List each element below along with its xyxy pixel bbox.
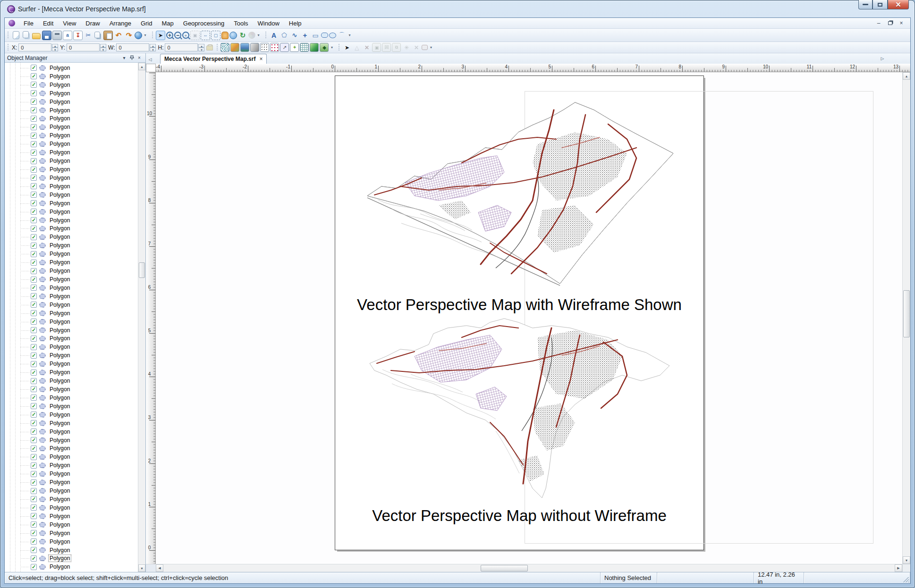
- polyline-tool-icon[interactable]: ∿: [290, 31, 299, 40]
- object-label[interactable]: Polygon: [49, 530, 71, 537]
- stepper-up-icon[interactable]: ▲: [198, 44, 204, 48]
- resize-grip[interactable]: [903, 577, 909, 582]
- scroll-down-icon[interactable]: ▼: [138, 564, 145, 572]
- rounded-rect-tool-icon[interactable]: [321, 33, 328, 38]
- x-field[interactable]: [18, 43, 51, 51]
- copy-icon[interactable]: [94, 32, 100, 38]
- toolbar-overflow-icon[interactable]: ▾: [256, 31, 261, 40]
- object-label[interactable]: Polygon: [49, 462, 71, 469]
- menu-grid[interactable]: Grid: [136, 18, 157, 28]
- minimize-button[interactable]: [858, 0, 873, 9]
- scroll-left-icon[interactable]: ◀: [156, 564, 163, 572]
- object-label[interactable]: Polygon: [49, 412, 71, 418]
- object-label[interactable]: Polygon: [49, 302, 71, 308]
- object-label[interactable]: Polygon: [49, 403, 71, 410]
- document-system-icon[interactable]: [8, 20, 15, 26]
- plot-canvas[interactable]: Vector Perspective Map with Wireframe Sh…: [156, 72, 902, 564]
- canvas-vertical-scrollbar[interactable]: ▲ ▼: [902, 72, 910, 564]
- tree-item-polygon[interactable]: ✓Polygon: [5, 225, 138, 233]
- zoom-out-icon[interactable]: −: [174, 32, 181, 39]
- object-label[interactable]: Polygon: [49, 82, 71, 88]
- visibility-checkbox[interactable]: ✓: [31, 234, 37, 240]
- undo-icon[interactable]: ↶: [114, 31, 123, 40]
- object-label[interactable]: Polygon: [49, 192, 71, 198]
- tree-item-polygon[interactable]: ✓Polygon: [5, 89, 138, 98]
- tree-item-polygon[interactable]: ✓Polygon: [5, 512, 138, 521]
- stepper-up-icon[interactable]: ▲: [100, 44, 106, 48]
- tab-scroll-left-icon[interactable]: ◁: [147, 56, 153, 63]
- object-label[interactable]: Polygon: [49, 115, 71, 122]
- new-shaded-relief-map-icon[interactable]: [250, 43, 259, 52]
- toolbar-overflow-icon[interactable]: ▾: [329, 43, 334, 52]
- tree-item-polygon[interactable]: ✓Polygon: [5, 81, 138, 89]
- new-watershed-icon[interactable]: ◆: [320, 43, 329, 52]
- object-label[interactable]: Polygon: [49, 200, 71, 207]
- object-label[interactable]: Polygon: [49, 132, 71, 139]
- ellipse-tool-icon[interactable]: [329, 33, 336, 38]
- object-label[interactable]: Polygon: [49, 225, 71, 232]
- tree-item-polygon[interactable]: ✓Polygon: [5, 301, 138, 309]
- toolbar-grip[interactable]: [265, 32, 267, 39]
- object-label[interactable]: Polygon: [49, 99, 71, 105]
- object-label[interactable]: Polygon: [49, 521, 71, 528]
- tab-scroll-right-icon[interactable]: ▷: [879, 55, 886, 62]
- spline-tool-icon[interactable]: ⌒: [337, 31, 347, 40]
- tree-item-polygon[interactable]: ✓Polygon: [5, 131, 138, 140]
- tree-item-polygon[interactable]: ✓Polygon: [5, 208, 138, 216]
- pin-panel-icon[interactable]: [128, 54, 136, 61]
- object-label[interactable]: Polygon: [49, 487, 71, 494]
- tree-item-polygon[interactable]: ✓Polygon: [5, 402, 138, 411]
- tree-item-polygon[interactable]: ✓Polygon: [5, 182, 138, 191]
- zoom-window-icon[interactable]: ▫: [182, 32, 189, 39]
- tree-item-polygon[interactable]: ✓Polygon: [5, 250, 138, 258]
- tree-item-polygon[interactable]: ✓Polygon: [5, 216, 138, 225]
- visibility-checkbox[interactable]: ✓: [31, 141, 37, 147]
- panel-menu-icon[interactable]: ▾: [120, 54, 128, 61]
- scroll-up-icon[interactable]: ▲: [138, 63, 145, 70]
- tree-item-polygon[interactable]: ✓Polygon: [5, 419, 138, 428]
- object-label[interactable]: Polygon: [49, 547, 71, 554]
- tree-item-polygon[interactable]: ✓Polygon: [5, 275, 138, 284]
- tree-item-polygon[interactable]: ✓Polygon: [5, 453, 138, 461]
- tree-item-polygon[interactable]: ✓Polygon: [5, 563, 138, 571]
- object-label[interactable]: Polygon: [49, 158, 71, 164]
- new-base-map-icon[interactable]: ✦: [290, 43, 299, 52]
- visibility-checkbox[interactable]: ✓: [31, 209, 37, 215]
- visibility-checkbox[interactable]: ✓: [31, 437, 37, 443]
- tree-item-polygon[interactable]: ✓Polygon: [5, 199, 138, 208]
- object-label[interactable]: Polygon: [49, 327, 71, 334]
- visibility-checkbox[interactable]: ✓: [31, 200, 37, 206]
- stepper-down-icon[interactable]: ▼: [150, 48, 156, 51]
- visibility-checkbox[interactable]: ✓: [31, 454, 37, 460]
- menu-tools[interactable]: Tools: [229, 18, 253, 28]
- new-vector-map-icon[interactable]: ➚: [280, 43, 289, 52]
- visibility-checkbox[interactable]: ✓: [31, 302, 37, 308]
- object-label[interactable]: Polygon: [49, 285, 71, 291]
- tree-item-polygon[interactable]: ✓Polygon: [5, 309, 138, 318]
- mdi-restore-icon[interactable]: [886, 19, 894, 27]
- visibility-checkbox[interactable]: ✓: [31, 471, 37, 477]
- tree-item-polygon[interactable]: ✓Polygon: [5, 106, 138, 115]
- tree-item-polygon[interactable]: ✓Polygon: [5, 343, 138, 351]
- visibility-checkbox[interactable]: ✓: [31, 226, 37, 232]
- visibility-checkbox[interactable]: ✓: [31, 395, 37, 401]
- object-label[interactable]: Polygon: [49, 369, 71, 376]
- trackball-icon[interactable]: [229, 32, 237, 39]
- tree-item-polygon[interactable]: ✓Polygon: [5, 394, 138, 402]
- tree-item-polygon[interactable]: ✓Polygon: [5, 98, 138, 106]
- scrollbar-thumb[interactable]: [903, 290, 910, 337]
- menu-draw[interactable]: Draw: [81, 18, 104, 28]
- flat-vector-map[interactable]: [370, 319, 669, 498]
- visibility-checkbox[interactable]: ✓: [31, 361, 37, 367]
- new-classed-post-map-icon[interactable]: [270, 43, 279, 52]
- toolbar-grip[interactable]: [7, 32, 9, 39]
- visibility-checkbox[interactable]: ✓: [31, 538, 37, 545]
- visibility-checkbox[interactable]: ✓: [31, 107, 37, 113]
- tree-item-polygon[interactable]: ✓Polygon: [5, 504, 138, 512]
- mdi-close-icon[interactable]: ×: [897, 19, 906, 27]
- object-label[interactable]: Polygon: [49, 175, 71, 181]
- tree-item-polygon[interactable]: ✓Polygon: [5, 360, 138, 368]
- tree-item-polygon[interactable]: ✓Polygon: [5, 148, 138, 157]
- object-label[interactable]: Polygon: [49, 344, 71, 350]
- tree-item-polygon[interactable]: ✓Polygon: [5, 326, 138, 335]
